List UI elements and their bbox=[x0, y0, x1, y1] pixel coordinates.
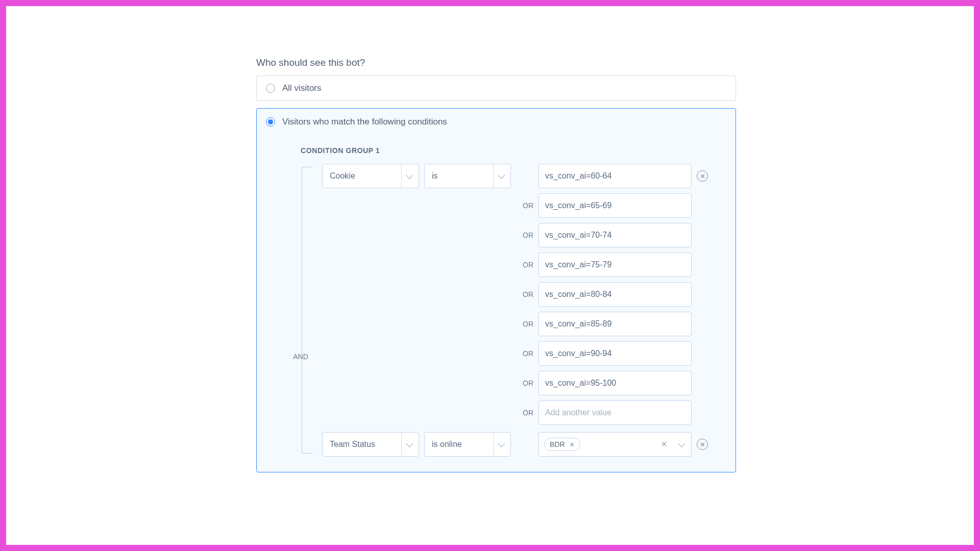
condition-group-title: CONDITION GROUP 1 bbox=[301, 146, 736, 155]
option-match-header[interactable]: Visitors who match the following conditi… bbox=[257, 117, 736, 135]
value-row: OR vs_conv_ai=85-89 bbox=[516, 312, 692, 336]
chevron-down-icon bbox=[401, 433, 415, 456]
bot-audience-panel: Who should see this bot? All visitors Vi… bbox=[256, 57, 736, 472]
and-connector: AND bbox=[286, 164, 315, 457]
conditions-area: AND Cookie is bbox=[257, 164, 736, 472]
radio-selected-icon bbox=[266, 117, 275, 127]
value-input[interactable]: vs_conv_ai=80-84 bbox=[538, 282, 692, 307]
or-label: OR bbox=[516, 320, 533, 328]
value-row: OR vs_conv_ai=60-64 bbox=[516, 164, 692, 188]
value-input[interactable]: vs_conv_ai=65-69 bbox=[538, 193, 692, 218]
chevron-down-icon bbox=[493, 164, 507, 188]
add-value-input[interactable]: Add another value bbox=[538, 400, 692, 425]
radio-unselected-icon bbox=[266, 84, 275, 93]
operator-select-label: is online bbox=[432, 440, 462, 449]
rules-column: Cookie is OR vs_conv_ai=60-64 bbox=[322, 164, 722, 457]
or-label: OR bbox=[516, 202, 533, 210]
or-label: OR bbox=[516, 231, 533, 239]
value-input[interactable]: vs_conv_ai=60-64 bbox=[538, 164, 692, 188]
remove-rule-button[interactable]: ✕ bbox=[697, 439, 708, 450]
value-row: OR vs_conv_ai=80-84 bbox=[516, 282, 692, 307]
chevron-down-icon bbox=[493, 433, 507, 456]
team-tag-input[interactable]: BDR ✕ ✕ bbox=[538, 432, 692, 457]
operator-select-is[interactable]: is bbox=[424, 164, 511, 188]
close-icon: ✕ bbox=[700, 441, 705, 448]
value-row: OR Add another value bbox=[516, 400, 692, 425]
bracket-icon bbox=[302, 167, 313, 454]
value-input[interactable]: vs_conv_ai=95-100 bbox=[538, 371, 692, 395]
value-row: OR vs_conv_ai=75-79 bbox=[516, 253, 692, 277]
or-label: OR bbox=[516, 409, 533, 417]
value-row: OR vs_conv_ai=95-100 bbox=[516, 371, 692, 395]
clear-tags-icon[interactable]: ✕ bbox=[658, 440, 671, 449]
rule-row: Cookie is OR vs_conv_ai=60-64 bbox=[322, 164, 722, 425]
chip-remove-icon[interactable]: ✕ bbox=[569, 441, 575, 448]
chevron-down-icon[interactable] bbox=[674, 442, 688, 447]
option-match-conditions: Visitors who match the following conditi… bbox=[256, 108, 736, 472]
option-all-visitors[interactable]: All visitors bbox=[256, 76, 736, 101]
option-match-label: Visitors who match the following conditi… bbox=[282, 117, 447, 127]
value-input[interactable]: vs_conv_ai=90-94 bbox=[538, 341, 692, 366]
rule-row: Team Status is online OR bbox=[322, 432, 722, 457]
value-input[interactable]: vs_conv_ai=85-89 bbox=[538, 312, 692, 336]
section-title: Who should see this bot? bbox=[256, 57, 736, 68]
or-label: OR bbox=[516, 349, 533, 358]
field-select-label: Cookie bbox=[330, 171, 355, 181]
value-row: OR vs_conv_ai=65-69 bbox=[516, 193, 692, 218]
value-input[interactable]: vs_conv_ai=70-74 bbox=[538, 223, 692, 247]
chip-label: BDR bbox=[550, 440, 565, 448]
close-icon: ✕ bbox=[700, 173, 705, 180]
and-label: AND bbox=[293, 353, 308, 361]
value-row: OR vs_conv_ai=70-74 bbox=[516, 223, 692, 247]
value-row: OR vs_conv_ai=90-94 bbox=[516, 341, 692, 366]
field-select-label: Team Status bbox=[330, 440, 375, 449]
or-label: OR bbox=[516, 261, 533, 269]
chevron-down-icon bbox=[401, 164, 415, 188]
option-all-label: All visitors bbox=[282, 83, 322, 93]
operator-select-is-online[interactable]: is online bbox=[424, 432, 511, 457]
field-select-cookie[interactable]: Cookie bbox=[322, 164, 419, 188]
chip-bdr: BDR ✕ bbox=[544, 438, 580, 451]
operator-select-label: is bbox=[432, 171, 438, 181]
value-row: OR BDR ✕ ✕ bbox=[516, 432, 692, 457]
or-label: OR bbox=[516, 290, 533, 298]
app-frame: Who should see this bot? All visitors Vi… bbox=[0, 0, 980, 551]
value-input[interactable]: vs_conv_ai=75-79 bbox=[538, 253, 692, 277]
values-column: OR vs_conv_ai=60-64 OR vs_conv_ai=65-69 … bbox=[516, 164, 692, 425]
field-select-team-status[interactable]: Team Status bbox=[322, 432, 419, 457]
or-label: OR bbox=[516, 379, 533, 387]
remove-rule-button[interactable]: ✕ bbox=[697, 170, 708, 182]
